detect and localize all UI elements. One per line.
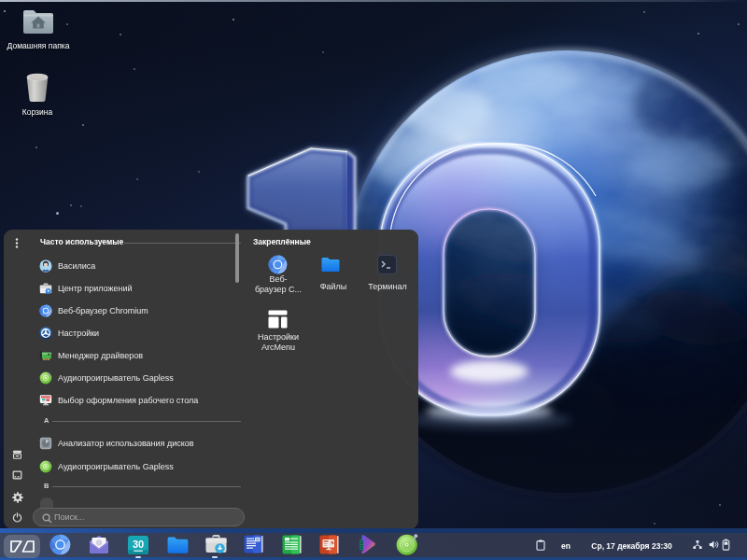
svg-text:30: 30 <box>133 539 144 550</box>
